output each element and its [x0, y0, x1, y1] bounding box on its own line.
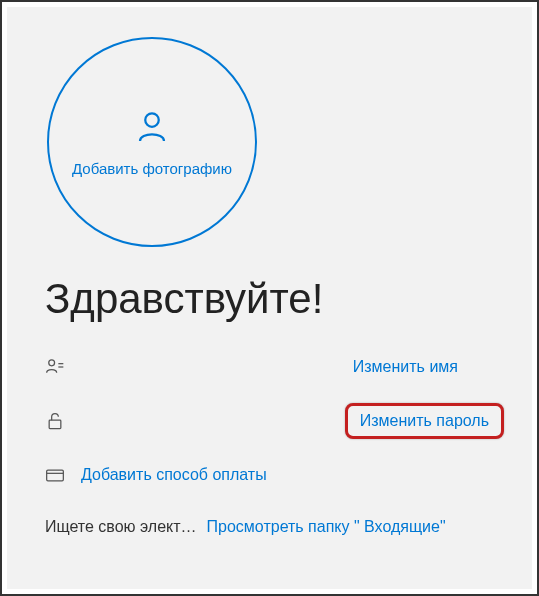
svg-rect-5	[47, 470, 64, 481]
add-photo-label: Добавить фотографию	[72, 160, 232, 177]
change-name-link[interactable]: Изменить имя	[353, 358, 458, 376]
highlight-box: Изменить пароль	[345, 403, 504, 439]
svg-point-0	[145, 113, 159, 127]
lock-icon	[45, 411, 73, 431]
greeting-heading: Здравствуйте!	[45, 275, 502, 323]
card-icon	[45, 465, 73, 485]
user-icon	[134, 108, 170, 160]
name-row: Изменить имя	[45, 351, 502, 383]
add-payment-link[interactable]: Добавить способ оплаты	[81, 466, 267, 484]
email-prompt-text: Ищете свою элект…	[45, 518, 197, 536]
add-photo-button[interactable]: Добавить фотографию	[47, 37, 257, 247]
password-row: Изменить пароль	[45, 403, 502, 439]
payment-row: Добавить способ оплаты	[45, 459, 502, 491]
view-inbox-link[interactable]: Просмотреть папку " Входящие"	[207, 518, 446, 536]
email-row: Ищете свою элект… Просмотреть папку " Вх…	[45, 511, 502, 543]
svg-rect-4	[49, 420, 61, 428]
contact-icon	[45, 357, 73, 377]
svg-point-1	[49, 360, 55, 366]
change-password-link[interactable]: Изменить пароль	[360, 412, 489, 429]
account-panel: Добавить фотографию Здравствуйте! Измени…	[7, 7, 532, 589]
